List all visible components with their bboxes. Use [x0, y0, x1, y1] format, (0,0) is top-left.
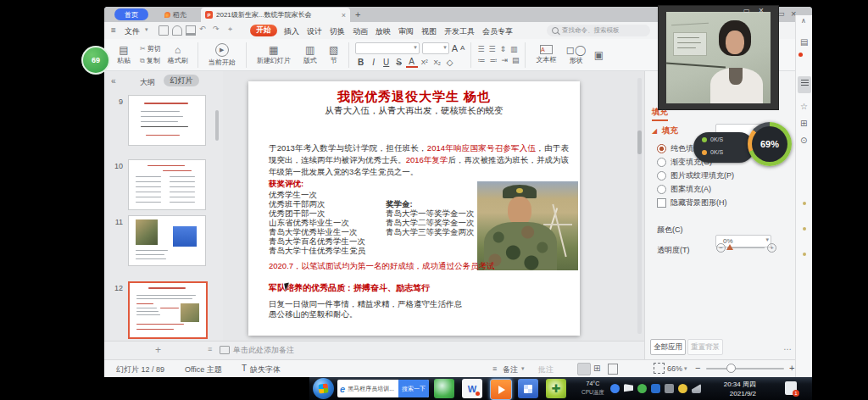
slide-thumbnail-10[interactable]	[128, 159, 206, 210]
format-tools-icon[interactable]: ⌖	[228, 25, 232, 34]
panel-resize-handle[interactable]: ≡	[208, 345, 212, 353]
menu-animation[interactable]: 动画	[353, 26, 368, 37]
new-tab-button[interactable]: +	[355, 9, 360, 19]
new-slide-button[interactable]: ▦ 新建幻灯片	[253, 45, 295, 65]
notes-toggle[interactable]: 备注	[503, 364, 518, 375]
missing-font-warning[interactable]: 缺失字体	[250, 364, 281, 375]
tab-close-icon[interactable]: ×	[342, 11, 346, 19]
option-pattern-fill[interactable]: 图案填充(A)	[657, 184, 711, 195]
slide-thumbnail-9[interactable]	[128, 95, 206, 146]
transparency-plus-button[interactable]: +	[767, 243, 776, 253]
fit-slide-icon[interactable]	[654, 363, 665, 374]
menu-member[interactable]: 会员专享	[482, 26, 513, 37]
hamburger-icon[interactable]: ≡	[111, 25, 116, 35]
notes-placeholder[interactable]: 单击此处添加备注	[233, 345, 294, 356]
tray-icon-flag[interactable]	[624, 384, 633, 393]
tab-docer[interactable]: 稻壳	[157, 8, 194, 20]
underline-button[interactable]: U	[381, 58, 392, 67]
paste-button[interactable]: ▤ 粘贴	[111, 45, 136, 65]
undo-icon[interactable]: ↶	[199, 25, 206, 33]
add-slide-button[interactable]: +	[155, 344, 161, 356]
webcam-video-overlay[interactable]: ▭ ×	[658, 5, 779, 110]
menu-devtools[interactable]: 开发工具	[444, 26, 475, 37]
search-go-button[interactable]: 搜索一下	[398, 380, 429, 397]
output-icon[interactable]	[172, 25, 182, 36]
canvas-scrollbar[interactable]	[637, 78, 642, 334]
taskbar-app-browser-icon[interactable]	[434, 379, 454, 398]
menu-home-active[interactable]: 开始	[250, 25, 277, 36]
video-close-icon[interactable]: ×	[759, 6, 764, 15]
tray-icon-blue[interactable]	[610, 384, 620, 393]
superscript-button[interactable]: X²	[419, 58, 431, 66]
sidebar-object-properties-active[interactable]	[798, 76, 811, 93]
align-center-icon[interactable]: ☰	[488, 45, 495, 53]
tray-icon-network[interactable]	[692, 384, 701, 393]
highlight-button[interactable]: ◇	[444, 58, 456, 67]
theme-name[interactable]: Office 主题	[185, 364, 222, 375]
strikethrough-button[interactable]: S	[393, 58, 405, 67]
align-left-icon[interactable]: ☰	[477, 45, 484, 53]
italic-button[interactable]: I	[368, 58, 380, 67]
text-box-button[interactable]: A 文本框	[531, 45, 560, 64]
menu-review[interactable]: 审阅	[398, 26, 414, 37]
memory-gauge-ball[interactable]: 69%	[748, 122, 792, 166]
sidebar-frames-icon[interactable]: ⊞	[800, 119, 807, 128]
taskbar-app-wps-icon[interactable]: W	[462, 379, 482, 398]
slide-sorter-view-icon[interactable]: ⊞	[593, 364, 600, 373]
command-search-box[interactable]: 查找命令、搜索模板	[547, 25, 650, 36]
sidebar-dim-icon[interactable]	[803, 227, 806, 231]
font-color-button[interactable]: A	[406, 57, 418, 68]
canvas-scrollbar-thumb[interactable]	[637, 131, 642, 154]
text-direction-icon[interactable]: ▤	[512, 56, 520, 64]
cut-button[interactable]: ✂剪切	[140, 44, 161, 53]
copy-button[interactable]: ⧉复制	[140, 56, 161, 65]
tab-home[interactable]: 首页	[114, 8, 148, 20]
font-size-combobox[interactable]: ▾	[422, 42, 449, 54]
columns-icon[interactable]: ▥	[510, 45, 518, 53]
bullets-icon[interactable]: ≔	[477, 56, 485, 64]
slide-thumbnail-12-selected[interactable]	[128, 281, 208, 339]
speed-monitor-pill[interactable]: 0K/S 0K/S	[693, 132, 754, 163]
apply-all-button[interactable]: 全部应用	[650, 339, 686, 355]
redo-icon[interactable]: ↷	[213, 25, 220, 33]
menu-slideshow[interactable]: 放映	[376, 26, 391, 37]
tab-document[interactable]: P 2021级新生家...数统学院家长会 ×	[201, 8, 350, 22]
zoom-in-button[interactable]: +	[789, 363, 794, 373]
panel-more-button[interactable]: …	[783, 342, 792, 352]
indent-icon[interactable]: ⇥	[501, 56, 508, 64]
decrease-font-button[interactable]: A	[460, 44, 465, 52]
taskbar-app-video-icon[interactable]	[518, 379, 538, 398]
menu-transition[interactable]: 切换	[330, 26, 345, 37]
zoom-slider-track[interactable]	[706, 368, 784, 369]
sidebar-doc-icon[interactable]: ▤	[800, 37, 808, 47]
bold-button[interactable]: B	[355, 58, 367, 67]
comments-toggle[interactable]: 批注	[538, 364, 554, 375]
zoom-slider-knob[interactable]	[726, 364, 736, 373]
zoom-level[interactable]: 66%	[667, 364, 682, 373]
increase-font-button[interactable]: A	[452, 43, 458, 53]
transparency-minus-button[interactable]: −	[716, 243, 726, 253]
cpu-temp-widget[interactable]: 74°C CPU温度	[581, 380, 604, 397]
zoom-out-button[interactable]: −	[695, 363, 700, 373]
tray-icon-bluetooth[interactable]	[651, 384, 660, 393]
normal-view-button-active[interactable]	[577, 363, 591, 375]
reading-view-icon[interactable]	[608, 364, 618, 375]
taskbar-app-wpp-active-icon[interactable]	[490, 379, 512, 400]
format-painter-button[interactable]: ⌂ 格式刷	[164, 45, 192, 65]
slide-thumbnail-11[interactable]	[128, 215, 206, 266]
tray-icon-green[interactable]	[637, 384, 647, 393]
line-spacing-icon[interactable]: ⇕	[500, 45, 507, 53]
font-name-combobox[interactable]: ▾	[355, 42, 420, 54]
transparency-slider-knob[interactable]	[726, 244, 733, 250]
green-floating-ball[interactable]: 69	[81, 46, 110, 75]
menu-insert[interactable]: 插入	[284, 26, 299, 37]
tab-slides-active[interactable]: 幻灯片	[164, 75, 199, 86]
menu-design[interactable]: 设计	[307, 26, 322, 37]
taskbar-clock[interactable]: 20:34 周四 2021/9/2	[710, 380, 756, 398]
option-hide-background[interactable]: 隐藏背景图形(H)	[657, 197, 727, 208]
picture-button[interactable]: ▣	[591, 50, 606, 60]
thumbnails-scrollbar[interactable]	[215, 110, 219, 141]
layout-button[interactable]: ▥ 版式	[298, 45, 322, 65]
play-from-current-button[interactable]: ▶ 当前开始	[204, 43, 240, 67]
menu-file[interactable]: 文件	[125, 26, 140, 37]
